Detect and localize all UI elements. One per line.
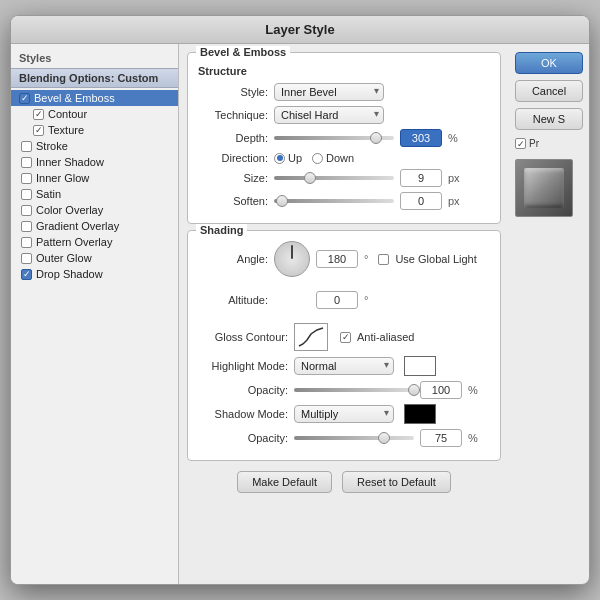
altitude-label: Altitude:: [198, 294, 268, 306]
color-overlay-checkbox[interactable]: [21, 205, 32, 216]
shadow-color-swatch[interactable]: [404, 404, 436, 424]
highlight-opacity-input[interactable]: [420, 381, 462, 399]
size-row: Size: px: [198, 169, 490, 187]
drop-shadow-label: Drop Shadow: [36, 268, 103, 280]
ok-button[interactable]: OK: [515, 52, 583, 74]
pattern-overlay-checkbox[interactable]: [21, 237, 32, 248]
preview-label: Pr: [529, 138, 539, 149]
depth-unit: %: [448, 132, 458, 144]
direction-label: Direction:: [198, 152, 268, 164]
shadow-opacity-unit: %: [468, 432, 478, 444]
reset-to-default-button[interactable]: Reset to Default: [342, 471, 451, 493]
style-select[interactable]: Inner Bevel: [274, 83, 384, 101]
direction-up-label: Up: [288, 152, 302, 164]
layer-style-dialog: Layer Style Styles Blending Options: Cus…: [10, 15, 590, 585]
altitude-input[interactable]: [316, 291, 358, 309]
stroke-checkbox[interactable]: [21, 141, 32, 152]
contour-label: Contour: [48, 108, 87, 120]
texture-label: Texture: [48, 124, 84, 136]
gloss-contour-thumb[interactable]: [294, 323, 328, 351]
drop-shadow-checkbox[interactable]: [21, 269, 32, 280]
bottom-buttons: Make Default Reset to Default: [187, 471, 501, 493]
highlight-opacity-slider[interactable]: [294, 388, 414, 392]
angle-dial[interactable]: [274, 241, 310, 277]
cancel-button[interactable]: Cancel: [515, 80, 583, 102]
soften-thumb[interactable]: [276, 195, 288, 207]
depth-label: Depth:: [198, 132, 268, 144]
direction-up-radio[interactable]: [274, 153, 285, 164]
blending-label: Blending Options: Custom: [19, 72, 158, 84]
sidebar-item-texture[interactable]: Texture: [11, 122, 178, 138]
highlight-mode-select-wrap: Normal: [294, 357, 394, 375]
make-default-button[interactable]: Make Default: [237, 471, 332, 493]
gradient-overlay-checkbox[interactable]: [21, 221, 32, 232]
sidebar-item-stroke[interactable]: Stroke: [11, 138, 178, 154]
angle-unit: °: [364, 253, 368, 265]
soften-slider[interactable]: [274, 199, 394, 203]
angle-input[interactable]: [316, 250, 358, 268]
preview-box: [515, 159, 573, 217]
preview-checkbox[interactable]: [515, 138, 526, 149]
outer-glow-checkbox[interactable]: [21, 253, 32, 264]
size-unit: px: [448, 172, 460, 184]
contour-checkbox[interactable]: [33, 109, 44, 120]
sidebar-item-bevel-emboss[interactable]: Bevel & Emboss: [11, 90, 178, 106]
style-label: Style:: [198, 86, 268, 98]
sidebar-item-pattern-overlay[interactable]: Pattern Overlay: [11, 234, 178, 250]
direction-down-radio[interactable]: [312, 153, 323, 164]
sidebar-item-gradient-overlay[interactable]: Gradient Overlay: [11, 218, 178, 234]
depth-input[interactable]: [400, 129, 442, 147]
altitude-spacer: [274, 282, 310, 318]
direction-up-option[interactable]: Up: [274, 152, 302, 164]
preview-inner: [524, 168, 564, 208]
sidebar-item-drop-shadow[interactable]: Drop Shadow: [11, 266, 178, 282]
section-legend: Bevel & Emboss: [196, 46, 290, 58]
size-input[interactable]: [400, 169, 442, 187]
shadow-opacity-slider[interactable]: [294, 436, 414, 440]
soften-unit: px: [448, 195, 460, 207]
sidebar-item-inner-shadow[interactable]: Inner Shadow: [11, 154, 178, 170]
blending-options[interactable]: Blending Options: Custom: [11, 68, 178, 88]
sidebar-item-contour[interactable]: Contour: [11, 106, 178, 122]
shadow-mode-select[interactable]: Multiply: [294, 405, 394, 423]
sidebar-item-color-overlay[interactable]: Color Overlay: [11, 202, 178, 218]
highlight-mode-row: Highlight Mode: Normal: [198, 356, 490, 376]
new-button[interactable]: New S: [515, 108, 583, 130]
highlight-mode-select[interactable]: Normal: [294, 357, 394, 375]
technique-row: Technique: Chisel Hard: [198, 106, 490, 124]
sidebar-item-satin[interactable]: Satin: [11, 186, 178, 202]
shadow-opacity-input[interactable]: [420, 429, 462, 447]
title-text: Layer Style: [265, 22, 334, 37]
shading-section: Shading Angle: ° Use Global Light: [187, 230, 501, 461]
altitude-row: Altitude: °: [198, 282, 490, 318]
highlight-color-swatch[interactable]: [404, 356, 436, 376]
action-buttons-panel: OK Cancel New S Pr: [509, 44, 589, 584]
style-row: Style: Inner Bevel: [198, 83, 490, 101]
outer-glow-label: Outer Glow: [36, 252, 92, 264]
size-slider[interactable]: [274, 176, 394, 180]
shadow-opacity-thumb[interactable]: [378, 432, 390, 444]
altitude-unit: °: [364, 294, 368, 306]
highlight-opacity-thumb[interactable]: [408, 384, 420, 396]
depth-slider[interactable]: [274, 136, 394, 140]
direction-down-option[interactable]: Down: [312, 152, 354, 164]
soften-input[interactable]: [400, 192, 442, 210]
shadow-mode-row: Shadow Mode: Multiply: [198, 404, 490, 424]
inner-shadow-checkbox[interactable]: [21, 157, 32, 168]
right-panel: Bevel & Emboss Structure Style: Inner Be…: [179, 44, 509, 584]
depth-row: Depth: %: [198, 129, 490, 147]
depth-thumb[interactable]: [370, 132, 382, 144]
inner-glow-checkbox[interactable]: [21, 173, 32, 184]
global-light-checkbox[interactable]: [378, 254, 389, 265]
sidebar-item-outer-glow[interactable]: Outer Glow: [11, 250, 178, 266]
main-area: Bevel & Emboss Structure Style: Inner Be…: [179, 44, 589, 584]
technique-select[interactable]: Chisel Hard: [274, 106, 384, 124]
left-panel: Styles Blending Options: Custom Bevel & …: [11, 44, 179, 584]
bevel-emboss-checkbox[interactable]: [19, 93, 30, 104]
anti-aliased-checkbox[interactable]: [340, 332, 351, 343]
sidebar-item-inner-glow[interactable]: Inner Glow: [11, 170, 178, 186]
satin-checkbox[interactable]: [21, 189, 32, 200]
size-thumb[interactable]: [304, 172, 316, 184]
preview-row: Pr: [515, 138, 583, 149]
texture-checkbox[interactable]: [33, 125, 44, 136]
